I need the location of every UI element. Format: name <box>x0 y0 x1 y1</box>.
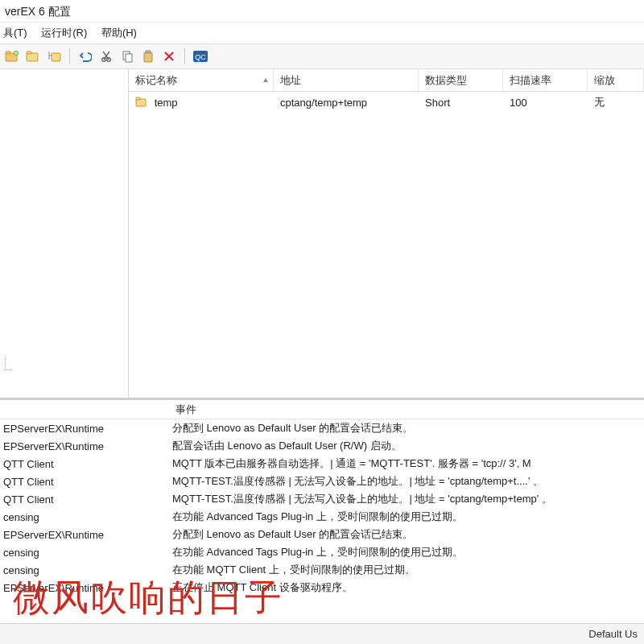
svg-rect-4 <box>27 52 31 54</box>
menu-tools[interactable]: 具(T) <box>3 27 27 39</box>
log-row[interactable]: censing在功能 MQTT Client 上，受时间限制的使用已过期。 <box>0 561 644 579</box>
log-source: censing <box>0 511 169 523</box>
window-titlebar: verEX 6 配置 <box>0 0 644 23</box>
log-source: QTT Client <box>0 458 169 470</box>
svg-rect-5 <box>52 53 60 61</box>
delete-icon[interactable] <box>160 47 178 65</box>
col-header-scan[interactable]: 扫描速率 <box>503 69 588 91</box>
window-title: verEX 6 配置 <box>5 5 71 18</box>
log-row[interactable]: censing在功能 Advanced Tags Plug-in 上，受时间限制… <box>0 543 644 561</box>
menu-runtime[interactable]: 运行时(R) <box>41 27 87 39</box>
copy-icon[interactable] <box>118 47 136 65</box>
log-event: MQTT 版本已由服务器自动选择。| 通道 = 'MQTT-TEST'. 服务器… <box>169 456 644 471</box>
log-event: 在功能 Advanced Tags Plug-in 上，受时间限制的使用已过期。 <box>169 545 644 559</box>
folder-open-icon[interactable] <box>24 47 42 65</box>
log-pane: 事件 EPServerEX\Runtime分配到 Lenovo as Defau… <box>0 399 644 623</box>
cut-icon[interactable] <box>97 47 115 65</box>
tree-connector-icon <box>5 357 13 370</box>
col-header-type[interactable]: 数据类型 <box>419 69 503 91</box>
paste-icon[interactable] <box>139 47 157 65</box>
statusbar-user: Default Us <box>588 628 638 640</box>
log-source: EPServerEX\Runtime <box>0 582 169 594</box>
log-event: 在功能 MQTT Client 上，受时间限制的使用已过期。 <box>169 563 644 577</box>
log-row[interactable]: EPServerEX\Runtime分配到 Lenovo as Default … <box>0 526 644 543</box>
log-row[interactable]: QTT ClientMQTT-TEST.温度传感器 | 无法写入设备上的地址。|… <box>0 473 644 490</box>
undo-icon[interactable] <box>76 47 94 65</box>
log-body[interactable]: EPServerEX\Runtime分配到 Lenovo as Default … <box>0 419 644 623</box>
toolbar: QC <box>0 43 644 69</box>
log-source: EPServerEX\Runtime <box>0 529 169 541</box>
log-row[interactable]: QTT ClientMQTT 版本已由服务器自动选择。| 通道 = 'MQTT-… <box>0 455 644 473</box>
tree-pane[interactable] <box>0 69 129 398</box>
log-row[interactable]: EPServerEX\Runtime正在停止 MQTT Client 设备驱动程… <box>0 579 644 597</box>
tag-grid-pane: 标记名称 地址 数据类型 扫描速率 缩放 temp cptang/temp+te… <box>129 69 644 398</box>
col-header-scale[interactable]: 缩放 <box>588 69 644 91</box>
cell-name-text: temp <box>155 97 178 109</box>
col-header-name[interactable]: 标记名称 <box>129 69 274 91</box>
log-source: EPServerEX\Runtime <box>0 423 169 435</box>
statusbar: Default Us <box>0 623 644 644</box>
log-event: 配置会话由 Lenovo as Default User (R/W) 启动。 <box>169 439 644 453</box>
folder-tree-icon[interactable] <box>45 47 63 65</box>
menu-help[interactable]: 帮助(H) <box>101 27 137 39</box>
toolbar-separator <box>69 48 70 64</box>
svg-rect-11 <box>146 51 151 53</box>
log-source: EPServerEX\Runtime <box>0 440 169 452</box>
log-event: 在功能 Advanced Tags Plug-in 上，受时间限制的使用已过期。 <box>169 510 644 524</box>
log-event: 正在停止 MQTT Client 设备驱动程序。 <box>169 580 644 595</box>
cell-name: temp <box>129 97 274 109</box>
table-row[interactable]: temp cptang/temp+temp Short 100 无 <box>129 92 644 113</box>
main-split: 标记名称 地址 数据类型 扫描速率 缩放 temp cptang/temp+te… <box>0 69 644 399</box>
log-header: 事件 <box>0 400 644 419</box>
log-source: QTT Client <box>0 476 169 488</box>
svg-text:QC: QC <box>195 53 206 61</box>
log-source: censing <box>0 564 169 576</box>
log-event: 分配到 Lenovo as Default User 的配置会话已结束。 <box>169 421 644 436</box>
menubar: 具(T) 运行时(R) 帮助(H) <box>0 23 644 43</box>
log-row[interactable]: censing在功能 Advanced Tags Plug-in 上，受时间限制… <box>0 508 644 526</box>
toolbar-separator <box>184 48 185 64</box>
cell-address: cptang/temp+temp <box>274 97 419 109</box>
tag-icon <box>135 97 148 108</box>
log-event: MQTT-TEST.温度传感器 | 无法写入设备上的地址。| 地址 = 'cpt… <box>169 474 644 489</box>
cell-scan: 100 <box>503 97 588 109</box>
log-row[interactable]: EPServerEX\Runtime分配到 Lenovo as Default … <box>0 419 644 437</box>
cell-type: Short <box>419 97 503 109</box>
log-event: 分配到 Lenovo as Default User 的配置会话已结束。 <box>169 527 644 542</box>
log-row[interactable]: QTT ClientMQTT-TEST.温度传感器 | 无法写入设备上的地址。|… <box>0 490 644 508</box>
log-col-event[interactable]: 事件 <box>169 402 203 417</box>
log-source: censing <box>0 547 169 559</box>
svg-rect-1 <box>6 52 10 54</box>
cell-scale: 无 <box>588 95 644 109</box>
svg-rect-10 <box>144 52 152 62</box>
grid-body[interactable]: temp cptang/temp+temp Short 100 无 <box>129 92 644 398</box>
log-row[interactable]: EPServerEX\Runtime配置会话由 Lenovo as Defaul… <box>0 437 644 455</box>
qc-icon[interactable]: QC <box>192 47 209 65</box>
log-event: MQTT-TEST.温度传感器 | 无法写入设备上的地址。| 地址 = 'cpt… <box>169 492 644 506</box>
col-header-address[interactable]: 地址 <box>274 69 419 91</box>
svg-rect-9 <box>126 54 132 62</box>
log-source: QTT Client <box>0 493 169 506</box>
svg-rect-15 <box>136 97 140 100</box>
grid-header: 标记名称 地址 数据类型 扫描速率 缩放 <box>129 69 644 92</box>
folder-new-icon[interactable] <box>3 47 21 65</box>
